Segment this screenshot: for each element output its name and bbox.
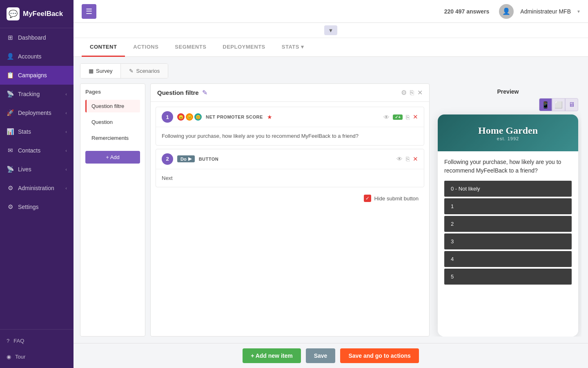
question-2-body: Next [156,169,424,187]
question-card-2-header: 2 Do ▶ BUTTON 👁 ⎘ ✕ [156,149,424,169]
collapse-button[interactable]: ▼ [324,25,337,35]
save-and-go-button[interactable]: Save and go to actions [340,348,419,363]
add-page-button[interactable]: + Add [85,151,140,164]
sidebar-item-label: Accounts [18,53,42,60]
question-1-actions: 👁 ✓+ ⎘ ✕ [383,113,418,121]
stats-chevron: ‹ [65,129,67,134]
questions-header-edit-icon[interactable]: ✎ [202,89,207,96]
preview-option-5[interactable]: 5 [444,269,572,285]
preview-option-0[interactable]: 0 - Not likely [444,181,572,197]
app-name: MyFeelBack [23,10,63,18]
q2-view-icon[interactable]: 👁 [396,155,403,162]
q-type-icon-red: 😠 [177,113,185,121]
close-icon[interactable]: ✕ [417,89,423,96]
administration-icon: ⚙ [7,184,14,192]
answers-label: answers [466,8,489,15]
preview-banner: Home Garden est. 1992 [438,114,578,151]
sidebar-item-contacts[interactable]: ✉ Contacts ‹ [0,141,74,160]
sidebar-item-deployments[interactable]: 🚀 Deployments ‹ [0,103,74,122]
sidebar-item-settings[interactable]: ⚙ Settings [0,197,74,216]
q1-view-icon[interactable]: 👁 [383,114,390,121]
q2-copy-icon[interactable]: ⎘ [406,155,410,162]
sidebar-logo: 💬 MyFeelBack [0,0,74,28]
pages-title: Pages [85,89,140,95]
editor-main: Pages Question filtre Question Remerciem… [80,83,581,337]
sidebar-bottom: ? FAQ ◉ Tour [0,329,74,368]
sub-tab-survey[interactable]: ▦ Survey [80,64,121,78]
question-2-type-label: BUTTON [199,157,219,162]
sub-tabs: ▦ Survey ✎ Scenarios [80,63,168,79]
sub-tab-scenarios-label: Scenarios [136,68,160,74]
tour-label: Tour [15,354,25,360]
sidebar-item-faq[interactable]: ? FAQ [0,333,74,349]
question-1-body: Following your purchase, how likely are … [156,127,424,145]
settings-icon: ⚙ [7,203,14,211]
sidebar-item-stats[interactable]: 📊 Stats ‹ [0,122,74,141]
question-card-1-header: 1 😠 😐 😊 NET PROMOTER SCORE ★ [156,107,424,127]
logo-icon: 💬 [7,7,20,20]
preview-option-4[interactable]: 4 [444,251,572,267]
pages-panel: Pages Question filtre Question Remerciem… [80,83,145,337]
lives-chevron: ‹ [65,167,67,172]
q1-copy-icon[interactable]: ⎘ [406,114,410,121]
copy-icon[interactable]: ⎘ [410,89,414,96]
tab-stats[interactable]: STATS ▾ [274,38,312,57]
sub-tab-scenarios[interactable]: ✎ Scenarios [121,64,168,78]
stats-icon: 📊 [7,128,14,135]
hamburger-button[interactable]: ☰ [82,4,96,19]
editor: ▦ Survey ✎ Scenarios Pages Question filt… [74,57,588,343]
sidebar: 💬 MyFeelBack ⊞ Dashboard 👤 Accounts 📋 Ca… [0,0,74,368]
save-button[interactable]: Save [306,348,336,363]
page-item-question-filtre[interactable]: Question filtre [85,100,140,112]
page-item-question[interactable]: Question [85,116,140,128]
faq-label: FAQ [13,338,24,344]
device-desktop-button[interactable]: 🖥 [565,98,578,111]
sidebar-item-accounts[interactable]: 👤 Accounts [0,47,74,66]
bottom-bar: + Add new item Save Save and go to actio… [74,343,588,368]
survey-icon: ▦ [89,68,94,74]
sidebar-item-label: Lives [18,166,31,173]
main: ☰ 220 497 answers 👤 Administrateur MFB ▾… [74,0,588,368]
tracking-chevron: ‹ [65,92,67,96]
questions-panel: Question filtre ✎ ⚙ ⎘ ✕ 1 [150,83,430,337]
settings-gear-icon[interactable]: ⚙ [401,89,407,96]
sidebar-item-campaigns[interactable]: 📋 Campaigns [0,66,74,85]
hide-submit-checkbox[interactable]: ✓ [364,195,371,202]
deployments-icon: 🚀 [7,109,14,117]
tab-content[interactable]: CONTENT [82,38,125,57]
sidebar-item-label: Administration [18,185,54,191]
preview-device-bar: 📱 ⬜ 🖥 [438,98,578,111]
user-name[interactable]: Administrateur MFB [520,8,571,15]
tab-deployments[interactable]: DEPLOYMENTS [214,38,273,57]
page-item-remerciements[interactable]: Remerciements [85,132,140,144]
hide-submit-row: ✓ Hide submit button [156,191,424,206]
sidebar-item-dashboard[interactable]: ⊞ Dashboard [0,28,74,47]
q2-delete-icon[interactable]: ✕ [413,155,418,163]
user-chevron: ▾ [577,9,580,14]
preview-frame: Home Garden est. 1992 Following your pur… [438,114,578,337]
content-area: ▦ Survey ✎ Scenarios Pages Question filt… [74,57,588,343]
collapse-section: ▼ [74,23,588,38]
add-new-item-button[interactable]: + Add new item [243,348,301,363]
q1-delete-icon[interactable]: ✕ [413,113,418,121]
preview-option-3[interactable]: 3 [444,233,572,249]
preview-option-2[interactable]: 2 [444,216,572,232]
preview-option-1[interactable]: 1 [444,198,572,214]
main-tabs: CONTENT ACTIONS SEGMENTS DEPLOYMENTS STA… [74,38,588,57]
questions-header-title: Question filtre [157,89,199,96]
preview-content: Following your purchase, how likely are … [438,151,578,337]
sidebar-item-tour[interactable]: ◉ Tour [0,349,74,365]
question-2-number: 2 [162,153,173,165]
device-tablet-button[interactable]: ⬜ [552,98,565,111]
tab-actions[interactable]: ACTIONS [125,38,167,57]
sidebar-item-tracking[interactable]: 📡 Tracking ‹ [0,85,74,103]
sidebar-item-label: Contacts [18,147,40,154]
sidebar-item-administration[interactable]: ⚙ Administration ‹ [0,179,74,197]
q1-badge: ✓+ [393,114,403,120]
question-1-number: 1 [162,111,173,123]
preview-banner-subtitle: est. 1992 [497,136,519,141]
device-phone-button[interactable]: 📱 [539,98,552,111]
tab-segments[interactable]: SEGMENTS [167,38,214,57]
hide-submit-label: Hide submit button [374,195,419,202]
sidebar-item-lives[interactable]: 📡 Lives ‹ [0,160,74,179]
